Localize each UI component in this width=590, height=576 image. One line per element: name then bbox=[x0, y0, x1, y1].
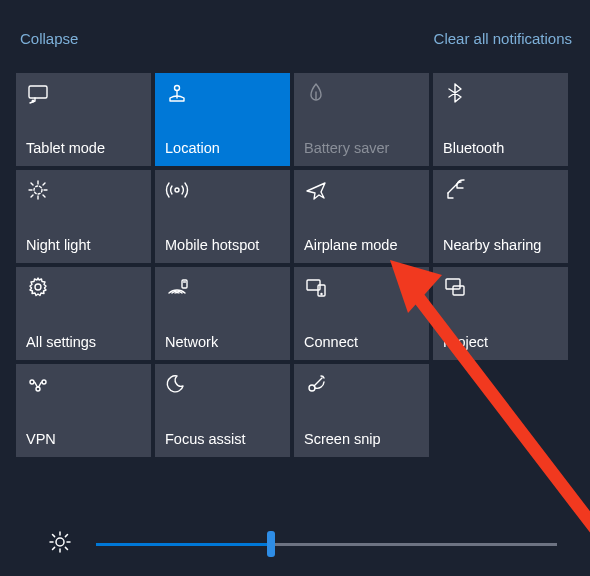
quick-action-tiles: Tablet modeLocationBattery saverBluetoot… bbox=[0, 73, 590, 457]
tile-label: Location bbox=[165, 140, 280, 156]
svg-point-1 bbox=[32, 100, 35, 103]
svg-line-12 bbox=[31, 195, 33, 197]
airplane-mode-icon bbox=[304, 178, 328, 202]
tile-screen-snip[interactable]: Screen snip bbox=[294, 364, 429, 457]
nearby-sharing-icon bbox=[443, 178, 467, 202]
screen-snip-icon bbox=[304, 372, 328, 396]
brightness-row bbox=[0, 530, 590, 558]
focus-assist-icon bbox=[165, 372, 189, 396]
tile-location[interactable]: Location bbox=[155, 73, 290, 166]
tile-project[interactable]: Project bbox=[433, 267, 568, 360]
tile-nearby-sharing[interactable]: Nearby sharing bbox=[433, 170, 568, 263]
svg-line-32 bbox=[53, 535, 55, 537]
tile-label: Tablet mode bbox=[26, 140, 141, 156]
svg-point-25 bbox=[36, 387, 40, 391]
tile-connect[interactable]: Connect bbox=[294, 267, 429, 360]
tablet-mode-icon bbox=[26, 81, 50, 105]
tile-label: VPN bbox=[26, 431, 141, 447]
tile-label: Mobile hotspot bbox=[165, 237, 280, 253]
tile-vpn[interactable]: VPN bbox=[16, 364, 151, 457]
tile-label: Project bbox=[443, 334, 558, 350]
tile-focus-assist[interactable]: Focus assist bbox=[155, 364, 290, 457]
svg-point-20 bbox=[321, 294, 322, 295]
tile-battery-saver[interactable]: Battery saver bbox=[294, 73, 429, 166]
tile-label: Battery saver bbox=[304, 140, 419, 156]
svg-point-14 bbox=[175, 188, 179, 192]
all-settings-icon bbox=[26, 275, 50, 299]
tile-all-settings[interactable]: All settings bbox=[16, 267, 151, 360]
svg-line-11 bbox=[43, 195, 45, 197]
tile-label: Connect bbox=[304, 334, 419, 350]
tile-tablet-mode[interactable]: Tablet mode bbox=[16, 73, 151, 166]
tile-label: Night light bbox=[26, 237, 141, 253]
tile-label: Nearby sharing bbox=[443, 237, 558, 253]
location-icon bbox=[165, 81, 189, 105]
vpn-icon bbox=[26, 372, 50, 396]
night-light-icon bbox=[26, 178, 50, 202]
tile-label: Focus assist bbox=[165, 431, 280, 447]
brightness-icon bbox=[48, 530, 72, 558]
network-icon bbox=[165, 275, 189, 299]
bluetooth-icon bbox=[443, 81, 467, 105]
svg-line-10 bbox=[31, 183, 33, 185]
tile-label: Screen snip bbox=[304, 431, 419, 447]
tile-label: Network bbox=[165, 334, 280, 350]
svg-point-5 bbox=[34, 186, 42, 194]
svg-line-35 bbox=[65, 535, 67, 537]
svg-line-34 bbox=[53, 547, 55, 549]
svg-line-13 bbox=[43, 183, 45, 185]
tile-bluetooth[interactable]: Bluetooth bbox=[433, 73, 568, 166]
svg-line-33 bbox=[65, 547, 67, 549]
project-icon bbox=[443, 275, 467, 299]
svg-point-27 bbox=[56, 538, 64, 546]
tile-label: All settings bbox=[26, 334, 141, 350]
tile-label: Bluetooth bbox=[443, 140, 558, 156]
tile-label: Airplane mode bbox=[304, 237, 419, 253]
connect-icon bbox=[304, 275, 328, 299]
svg-rect-22 bbox=[453, 286, 464, 295]
svg-point-15 bbox=[35, 284, 41, 290]
brightness-slider[interactable] bbox=[96, 534, 557, 554]
battery-saver-icon bbox=[304, 81, 328, 105]
tile-night-light[interactable]: Night light bbox=[16, 170, 151, 263]
svg-rect-0 bbox=[29, 86, 47, 98]
mobile-hotspot-icon bbox=[165, 178, 189, 202]
svg-point-2 bbox=[175, 86, 180, 91]
svg-rect-16 bbox=[182, 280, 187, 288]
collapse-link[interactable]: Collapse bbox=[20, 30, 78, 47]
tile-mobile-hotspot[interactable]: Mobile hotspot bbox=[155, 170, 290, 263]
tile-airplane-mode[interactable]: Airplane mode bbox=[294, 170, 429, 263]
tile-network[interactable]: Network bbox=[155, 267, 290, 360]
clear-notifications-link[interactable]: Clear all notifications bbox=[434, 30, 572, 47]
